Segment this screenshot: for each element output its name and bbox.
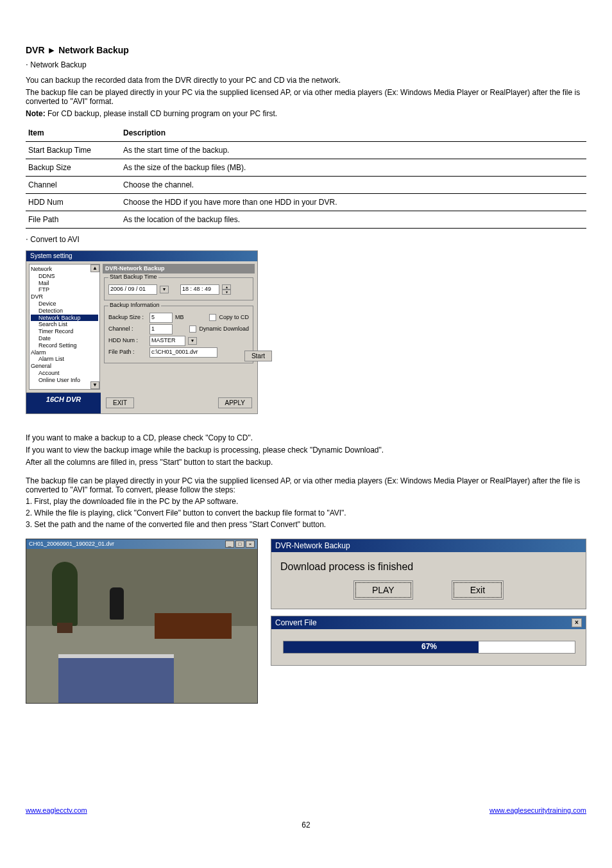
group-title-backup-time: Start Backup Time: [108, 273, 158, 281]
step-3: 3. Set the path and the name of the conv…: [26, 520, 586, 529]
td-item: HDD Num: [26, 194, 121, 211]
convert-close-icon[interactable]: ×: [572, 618, 582, 627]
mb-label: MB: [175, 314, 184, 321]
start-backup-time-group: Start Backup Time 2006 / 09 / 01 ▾ 18 : …: [104, 277, 253, 300]
th-item: Item: [26, 125, 121, 142]
tree-item-general[interactable]: General: [31, 363, 98, 370]
copy-to-cd-checkbox[interactable]: [209, 314, 216, 321]
convert-file-dialog: Convert File × 67%: [271, 616, 586, 666]
scroll-up-icon[interactable]: ▲: [90, 265, 99, 272]
file-path-input[interactable]: c:\CH01_0001.dvr: [149, 347, 217, 358]
post-line-3: After all the columns are filled in, pre…: [26, 458, 586, 467]
minimize-icon[interactable]: _: [225, 541, 234, 548]
section-heading: DVR ► Network Backup: [26, 45, 586, 55]
download-dialog-title: DVR-Network Backup: [271, 539, 586, 552]
date-input[interactable]: 2006 / 09 / 01: [108, 284, 157, 295]
bullet-convert-avi: ‧ Convert to AVI: [26, 235, 586, 244]
td-desc: As the size of the backup files (MB).: [121, 159, 586, 177]
channel-input[interactable]: 1: [149, 324, 173, 334]
desc-text-1a: You can backup the recorded data from th…: [26, 76, 586, 85]
tree-item-alarm-list[interactable]: Alarm List: [31, 356, 98, 363]
step-1: 1. First, play the downloaded file in th…: [26, 497, 586, 506]
convert-dialog-title: Convert File ×: [271, 616, 586, 629]
footer-link-right[interactable]: www.eaglesecuritytraining.com: [489, 806, 586, 814]
td-item: Start Backup Time: [26, 142, 121, 159]
dynamic-download-label: Dynamic Download: [199, 326, 249, 333]
exit-dialog-button[interactable]: Exit: [452, 580, 504, 600]
hdd-dropdown-icon[interactable]: ▾: [188, 337, 197, 345]
scroll-down-icon[interactable]: ▼: [90, 381, 99, 389]
post-line-1: If you want to make a backup to a CD, pl…: [26, 433, 586, 442]
tree-item-ddns[interactable]: DDNS: [31, 273, 98, 280]
post-line-2: If you want to view the backup image whi…: [26, 446, 586, 455]
channel-label: Channel :: [108, 326, 147, 333]
note-text: For CD backup, please install CD burning…: [47, 109, 277, 118]
playback-window: CH01_20060901_190022_01.dvr _ □ ×: [26, 539, 258, 704]
start-button[interactable]: Start: [244, 351, 272, 361]
maximize-icon[interactable]: □: [235, 541, 244, 548]
step-2: 2. While the file is playing, click "Con…: [26, 508, 586, 517]
backup-size-input[interactable]: 5: [149, 313, 173, 323]
tree-item-record-setting[interactable]: Record Setting: [31, 342, 98, 349]
tree-item-date[interactable]: Date: [31, 335, 98, 342]
playback-titlebar: CH01_20060901_190022_01.dvr _ □ ×: [26, 539, 257, 549]
download-title-text: DVR-Network Backup: [275, 541, 350, 550]
window-titlebar: System setting: [26, 251, 257, 261]
settings-tree[interactable]: ▲ Network DDNS Mail FTP DVR Device Detec…: [29, 264, 100, 390]
brand-logo: 16CH DVR: [26, 392, 101, 413]
tree-item-detection[interactable]: Detection: [31, 308, 98, 315]
th-desc: Description: [121, 125, 586, 142]
system-setting-window: System setting ▲ Network DDNS Mail FTP D…: [26, 250, 258, 414]
tree-item-timer-record[interactable]: Timer Record: [31, 328, 98, 335]
progress-percent-label: 67%: [284, 642, 575, 651]
video-frame: [26, 549, 257, 703]
tree-item-ftp[interactable]: FTP: [31, 286, 98, 293]
tree-item-network[interactable]: Network: [31, 266, 98, 273]
group-title-backup-info: Backup Information: [108, 302, 161, 309]
page-number: 62: [26, 820, 586, 829]
tree-item-search-list[interactable]: Search List: [31, 321, 98, 328]
file-path-label: File Path :: [108, 349, 147, 356]
backup-size-label: Backup Size :: [108, 314, 147, 321]
tree-item-account[interactable]: Account: [31, 370, 98, 377]
note-line: Note: For CD backup, please install CD b…: [26, 109, 586, 118]
exit-button[interactable]: EXIT: [106, 397, 134, 408]
panel-title: DVR-Network Backup: [103, 264, 255, 273]
hdd-num-select[interactable]: MASTER: [149, 336, 185, 346]
dynamic-download-checkbox[interactable]: [189, 326, 196, 333]
copy-to-cd-label: Copy to CD: [219, 314, 249, 321]
playback-title-text: CH01_20060901_190022_01.dvr: [29, 541, 114, 548]
td-item: Channel: [26, 177, 121, 194]
td-desc: Choose the channel.: [121, 177, 586, 194]
download-finished-dialog: DVR-Network Backup Download process is f…: [271, 539, 586, 609]
tree-item-alarm[interactable]: Alarm: [31, 349, 98, 356]
convert-steps: The backup file can be played directly i…: [26, 476, 586, 529]
note-prefix: Note:: [26, 109, 46, 118]
td-desc: Choose the HDD if you have more than one…: [121, 194, 586, 211]
time-spinner[interactable]: ▴▾: [222, 284, 231, 295]
td-desc: As the start time of the backup.: [121, 142, 586, 159]
progress-bar: 67%: [283, 641, 575, 654]
tree-item-mail[interactable]: Mail: [31, 280, 98, 287]
download-finished-message: Download process is finished: [280, 561, 577, 573]
params-table: Item Description Start Backup TimeAs the…: [26, 125, 586, 229]
step-intro: The backup file can be played directly i…: [26, 476, 586, 494]
desc-text-1b: The backup file can be played directly i…: [26, 88, 586, 106]
td-item: Backup Size: [26, 159, 121, 177]
convert-title-text: Convert File: [275, 618, 317, 627]
tree-item-network-backup[interactable]: Network Backup: [31, 315, 98, 322]
footer-link-left[interactable]: www.eaglecctv.com: [26, 806, 87, 814]
date-dropdown-icon[interactable]: ▾: [160, 286, 169, 293]
close-icon[interactable]: ×: [246, 541, 255, 548]
tree-item-online-user[interactable]: Online User Info: [31, 377, 98, 384]
td-desc: As the location of the backup files.: [121, 211, 586, 229]
time-input[interactable]: 18 : 48 : 49: [180, 284, 219, 295]
bullet-network-backup: ‧ Network Backup: [26, 60, 586, 69]
play-button[interactable]: PLAY: [353, 580, 413, 600]
footer-links: www.eaglecctv.com www.eaglesecuritytrain…: [26, 806, 586, 814]
tree-item-device[interactable]: Device: [31, 300, 98, 308]
apply-button[interactable]: APPLY: [218, 397, 253, 408]
backup-info-group: Backup Information Backup Size : 5 MB Co…: [104, 306, 253, 363]
tree-item-dvr[interactable]: DVR: [31, 293, 98, 300]
hdd-num-label: HDD Num :: [108, 337, 147, 344]
